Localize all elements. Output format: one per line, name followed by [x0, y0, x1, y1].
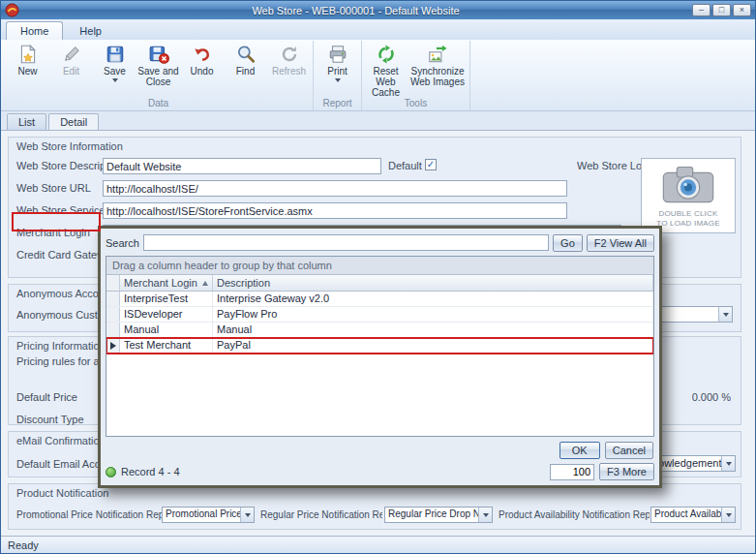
ribbon-tab-help[interactable]: Help: [65, 21, 116, 40]
go-button[interactable]: Go: [553, 234, 583, 252]
column-header-description[interactable]: Description: [213, 275, 653, 291]
undo-icon: [192, 44, 213, 65]
search-input[interactable]: [143, 234, 549, 251]
print-dropdown-icon: [335, 78, 341, 85]
discount-type-label: Discount Type: [16, 414, 84, 425]
grid-rows: InterpriseTest Interprise Gateway v2.0 I…: [106, 292, 653, 436]
selected-row-arrow-icon: [110, 342, 116, 350]
refresh-button[interactable]: Refresh: [267, 41, 311, 98]
refresh-icon: [279, 44, 300, 65]
ribbon-group-label-tools: Tools: [364, 98, 468, 110]
cancel-button[interactable]: Cancel: [605, 442, 653, 459]
ok-button[interactable]: OK: [559, 442, 600, 459]
merchant-login-lookup-popup: Search Go F2 View All Drag a column head…: [98, 226, 662, 488]
ribbon-group-tools: Reset Web Cache Synchronize Web Images T…: [362, 41, 470, 110]
row-indicator: [106, 338, 120, 353]
row-indicator: [106, 323, 120, 337]
undo-button[interactable]: Undo: [180, 41, 224, 98]
ribbon-group-report: Print Report: [314, 41, 362, 110]
chevron-down-icon[interactable]: [478, 508, 492, 522]
merchant-login-cell: Test Merchant: [120, 338, 213, 353]
minimize-button[interactable]: –: [692, 4, 711, 16]
description-cell: PayFlow Pro: [213, 307, 653, 322]
web-store-logo-box[interactable]: DOUBLE CLICK TO LOAD IMAGE: [641, 158, 736, 233]
chevron-down-icon[interactable]: [240, 508, 254, 522]
merchant-login-label: Merchant Login: [16, 227, 90, 238]
app-logo-icon: [5, 3, 19, 17]
record-navigator-icon: [106, 467, 116, 477]
synchronize-web-images-button[interactable]: Synchronize Web Images: [408, 41, 468, 98]
default-checkbox[interactable]: ✓: [425, 159, 437, 170]
description-cell: Interprise Gateway v2.0: [213, 292, 653, 306]
group-title: Product Notification: [16, 487, 108, 499]
web-store-service-url-input[interactable]: [103, 202, 567, 219]
ribbon: New Edit Save Save and Close Undo: [1, 40, 755, 111]
product-availability-report-combo[interactable]: Product Availability No: [650, 507, 736, 523]
page-size-input[interactable]: [550, 464, 594, 480]
group-by-panel[interactable]: Drag a column header to group by that co…: [106, 257, 653, 275]
merchant-login-cell: InterpriseTest: [120, 292, 213, 306]
default-label: Default: [388, 160, 422, 171]
default-price-value: 0.000 %: [692, 391, 731, 403]
row-indicator: [106, 307, 120, 322]
ribbon-group-label-data: Data: [6, 98, 311, 110]
lookup-row[interactable]: InterpriseTest Interprise Gateway v2.0: [106, 292, 653, 307]
promotional-price-report-label: Promotional Price Notification Report: [16, 509, 162, 520]
web-store-description-input[interactable]: [103, 158, 381, 174]
regular-price-report-label: Regular Price Notification Report: [260, 509, 382, 520]
lookup-row[interactable]: ISDeveloper PayFlow Pro: [106, 307, 653, 323]
group-title: eMail Confirmation: [16, 435, 106, 446]
default-price-label: Default Price: [16, 391, 77, 403]
more-button[interactable]: F3 More: [599, 463, 654, 480]
ribbon-tab-bar: Home Help: [1, 19, 755, 40]
new-button[interactable]: New: [6, 41, 49, 98]
regular-price-report-combo[interactable]: Regular Price Drop Notificatio: [384, 507, 493, 523]
group-title: Pricing Information: [16, 340, 106, 352]
reset-web-cache-icon: [376, 44, 397, 65]
record-count-label: Record 4 - 4: [121, 466, 545, 477]
close-button[interactable]: ×: [733, 4, 751, 16]
grid-header-row: Merchant Login Description: [106, 275, 653, 292]
ribbon-group-label-report: Report: [316, 98, 359, 110]
chevron-down-icon[interactable]: [721, 456, 735, 471]
find-button[interactable]: Find: [224, 41, 267, 98]
description-cell: Manual: [213, 323, 653, 337]
chevron-down-icon[interactable]: [718, 307, 732, 322]
save-and-close-icon: [148, 44, 169, 65]
lookup-row-selected[interactable]: Test Merchant PayPal: [106, 338, 653, 354]
print-icon: [327, 44, 348, 65]
save-button[interactable]: Save: [93, 41, 136, 98]
promotional-price-report-combo[interactable]: Promotional Price Notific: [162, 507, 255, 523]
edit-button[interactable]: Edit: [49, 41, 93, 98]
save-and-close-button[interactable]: Save and Close: [136, 41, 180, 98]
status-bar: Ready: [1, 536, 755, 553]
ribbon-tab-home[interactable]: Home: [6, 21, 63, 40]
sort-ascending-icon: [202, 281, 208, 286]
app-window: Web Store - WEB-000001 - Default Website…: [0, 0, 756, 554]
print-button[interactable]: Print: [316, 41, 359, 98]
row-indicator-header: [106, 275, 120, 291]
status-text: Ready: [8, 539, 39, 551]
view-all-button[interactable]: F2 View All: [587, 234, 654, 252]
column-header-merchant-login[interactable]: Merchant Login: [120, 275, 213, 291]
maximize-button[interactable]: □: [712, 4, 731, 16]
product-notification-group: Product Notification Promotional Price N…: [8, 483, 741, 530]
merchant-login-cell: Manual: [120, 323, 213, 337]
find-icon: [235, 44, 257, 65]
edit-icon: [61, 44, 82, 65]
camera-icon: [660, 164, 716, 206]
synchronize-web-images-icon: [427, 44, 448, 65]
lookup-grid: Drag a column header to group by that co…: [106, 256, 654, 437]
logo-hint: DOUBLE CLICK TO LOAD IMAGE: [656, 209, 720, 229]
chevron-down-icon[interactable]: [721, 508, 735, 522]
tab-detail[interactable]: Detail: [48, 113, 99, 130]
view-tab-bar: List Detail: [1, 111, 755, 130]
tab-list[interactable]: List: [7, 113, 46, 130]
window-title: Web Store - WEB-000001 - Default Website: [19, 5, 692, 16]
reset-web-cache-button[interactable]: Reset Web Cache: [364, 41, 408, 98]
lookup-row[interactable]: Manual Manual: [106, 323, 653, 338]
web-store-url-input[interactable]: [103, 180, 567, 197]
save-icon: [105, 44, 126, 65]
new-icon: [17, 44, 39, 65]
merchant-login-cell: ISDeveloper: [120, 307, 213, 322]
